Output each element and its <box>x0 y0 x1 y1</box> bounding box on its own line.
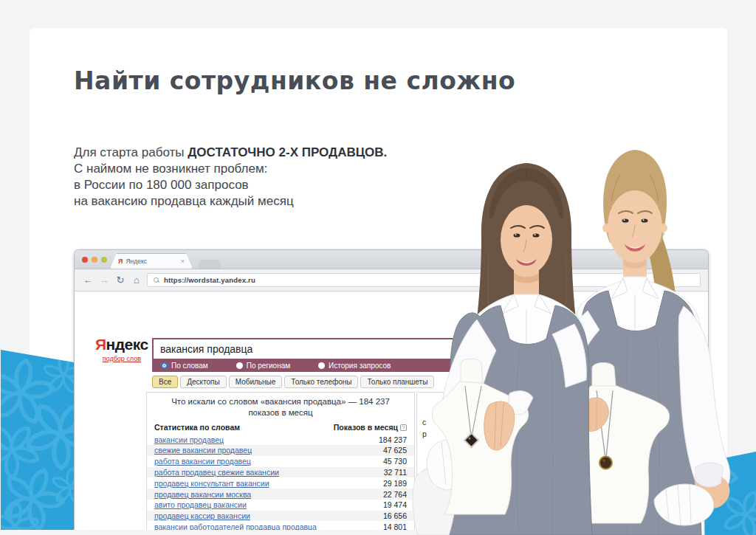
browser-tab[interactable]: Я Яндекс × <box>110 253 193 269</box>
table-row: продавец кассир вакансии16 656 <box>147 511 414 522</box>
device-tabs: ВсеДесктопыМобильныеТолько телефоныТольк… <box>152 376 434 388</box>
radio-dot-icon <box>236 362 243 369</box>
tab-title: Яндекс <box>126 258 147 265</box>
query-link[interactable]: продавец кассир вакансии <box>154 511 250 520</box>
back-icon[interactable]: ← <box>82 275 94 285</box>
column-impressions: Показов в месяц? <box>334 423 407 432</box>
results-header: Что искали со словом «вакансия продавца»… <box>147 393 414 421</box>
window-controls <box>82 257 107 263</box>
intro-paragraph: Для старта работы ДОСТАТОЧНО 2-Х ПРОДАВЦ… <box>74 145 387 210</box>
logo-letter-ya: Я <box>95 336 106 353</box>
radio-dot-icon <box>161 362 168 369</box>
query-link[interactable]: работа вакансии продавец <box>154 457 251 466</box>
impressions-value: 22 764 <box>377 490 407 499</box>
home-icon[interactable]: ⌂ <box>131 275 142 285</box>
query-link[interactable]: работа продавец свежие вакансии <box>154 468 279 477</box>
results-rows: вакансии продавец184 237свежие вакансии … <box>147 434 414 530</box>
query-link[interactable]: продавец вакансии москва <box>154 490 251 499</box>
close-window-button[interactable] <box>82 257 88 263</box>
table-row: авито продавец вакансии19 474 <box>147 500 414 511</box>
zoom-window-button[interactable] <box>101 257 107 263</box>
radio-label: История запросов <box>329 362 391 370</box>
table-row: продавец консультант вакансии29 189 <box>147 477 414 489</box>
query-link[interactable]: продавец консультант вакансии <box>154 479 269 488</box>
results-panel: Что искали со словом «вакансия продавца»… <box>146 392 415 530</box>
table-row: работа продавец свежие вакансии32 711 <box>147 467 414 478</box>
logo-rest: ндекс <box>106 336 148 353</box>
impressions-value: 29 189 <box>377 479 407 488</box>
query-link[interactable]: авито продавец вакансии <box>154 500 247 509</box>
search-mode-radio[interactable]: История запросов <box>318 362 391 370</box>
yandex-logo: Яндекс подбор слов <box>95 336 148 362</box>
device-tab[interactable]: Десктопы <box>180 376 226 388</box>
logo-sublink[interactable]: подбор слов <box>95 355 148 362</box>
radio-label: По регионам <box>247 362 290 370</box>
table-row: вакансии работодателей продавца продавца… <box>147 521 414 530</box>
results-column-headers: Статистика по словам Показов в месяц? <box>147 421 414 434</box>
table-row: работа вакансии продавец45 730 <box>147 456 414 467</box>
radio-label: По словам <box>171 362 208 370</box>
device-tab[interactable]: Мобильные <box>229 376 283 388</box>
radio-dot-icon <box>318 362 325 369</box>
saleswoman-left <box>413 163 592 535</box>
reload-icon[interactable]: ↻ <box>114 275 126 285</box>
paragraph-line-3: в России по 180 000 запросов <box>74 177 387 193</box>
table-row: продавец вакансии москва22 764 <box>147 489 414 500</box>
impressions-value: 14 801 <box>377 522 407 530</box>
impressions-value: 19 474 <box>377 500 407 509</box>
device-tab[interactable]: Только телефоны <box>284 376 358 388</box>
search-mode-radio[interactable]: По словам <box>161 362 208 370</box>
search-icon <box>154 277 159 283</box>
forward-icon[interactable]: → <box>98 275 110 285</box>
query-link[interactable]: вакансии работодателей продавца продавца <box>154 522 317 530</box>
minimize-window-button[interactable] <box>92 257 97 263</box>
table-row: вакансии продавец184 237 <box>147 434 414 445</box>
impressions-value: 47 625 <box>377 446 407 455</box>
paragraph-bold: ДОСТАТОЧНО 2-Х ПРОДАВЦОВ. <box>188 145 387 159</box>
impressions-value: 16 656 <box>377 511 407 520</box>
close-tab-icon[interactable]: × <box>181 258 185 265</box>
new-tab-button[interactable] <box>199 260 221 269</box>
yandex-favicon-icon: Я <box>118 258 123 265</box>
page: { "colors": { "accent_blue": "#2ba2da", … <box>0 0 756 535</box>
paragraph-line-4: на вакансию продавца каждый месяц <box>74 193 387 210</box>
blue-corner-left <box>0 347 75 530</box>
table-row: свежие вакансии продавец47 625 <box>147 445 414 456</box>
impressions-value: 32 711 <box>378 468 407 477</box>
paragraph-line-1: Для старта работы ДОСТАТОЧНО 2-Х ПРОДАВЦ… <box>74 145 387 161</box>
query-link[interactable]: вакансии продавец <box>154 435 224 444</box>
column-phrases: Статистика по словам <box>154 423 240 432</box>
page-title: Найти сотрудников не сложно <box>74 66 515 95</box>
search-mode-radio[interactable]: По регионам <box>236 362 290 370</box>
query-link[interactable]: свежие вакансии продавец <box>154 446 252 455</box>
impressions-value: 45 730 <box>377 457 407 466</box>
url-text: https://wordstat.yandex.ru <box>164 276 255 284</box>
impressions-value: 184 237 <box>373 435 407 444</box>
device-tab[interactable]: Все <box>152 376 178 388</box>
paragraph-line-2: С наймом не возникнет проблем: <box>74 161 387 177</box>
saleswomen-photo <box>406 142 756 535</box>
